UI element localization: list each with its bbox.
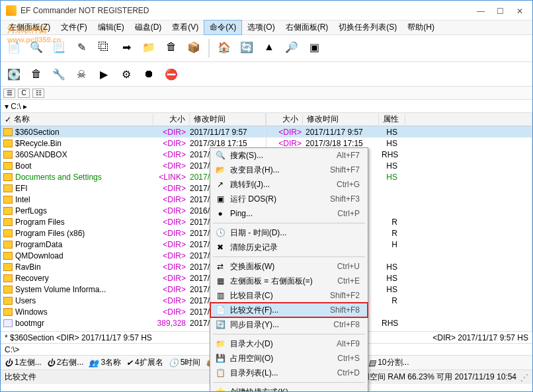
folder-icon <box>3 151 13 159</box>
tool-icon[interactable]: 🔧 <box>50 65 68 83</box>
menu-item[interactable]: 📁目录大小(D)Alt+F9 <box>210 336 368 351</box>
menu-item-icon: ⭐ <box>214 387 226 392</box>
toolbar-1: 📄 🔍 📃 ✎ ⿻ ➡ 📁 🗑 📦 🏠 🔄 ▲ 🔎 ▣ <box>1 35 532 62</box>
fn-button-5[interactable]: 🕓5时间 <box>169 357 201 368</box>
maximize-button[interactable]: ☐ <box>497 7 505 15</box>
menu-item-icon: 🔍 <box>214 150 226 161</box>
folder-icon <box>3 184 13 192</box>
edit-icon[interactable]: ✎ <box>72 38 91 56</box>
menu-item-icon: 📁 <box>214 338 226 349</box>
menu-item-icon: ▥ <box>214 290 226 301</box>
newdir-icon[interactable]: 📁 <box>140 38 158 56</box>
menu-item[interactable]: ▣运行 DOS(R)Shift+F3 <box>210 192 368 206</box>
menu-item[interactable]: 📋目录列表(L)...Ctrl+D <box>210 366 368 380</box>
search-icon[interactable]: 🔍 <box>27 38 46 56</box>
menu-item[interactable]: ⭐创建快捷方式(K) <box>210 385 368 392</box>
fn-icon: 👥 <box>89 358 99 368</box>
menu-item[interactable]: 📄比较文件(F)...Shift+F8 <box>210 303 368 317</box>
stop-icon[interactable]: ⛔ <box>162 65 181 83</box>
menu-item-icon: 🕓 <box>214 227 226 238</box>
command-menu-dropdown: 🔍搜索(S)...Alt+F7📂改变目录(H)...Shift+F7↗跳转到(J… <box>210 147 368 392</box>
folder-icon <box>3 274 13 282</box>
up-icon[interactable]: ▲ <box>260 38 278 56</box>
down-icon[interactable]: ▾ <box>5 102 9 111</box>
titlebar: EF Commander NOT REGISTERED — ☐ ✕ <box>1 1 532 20</box>
menu-item-icon: ▣ <box>214 194 226 204</box>
menu-item-icon: ✖ <box>214 242 226 253</box>
menu-item[interactable]: 🔄同步目录(Y)...Ctrl+F8 <box>210 317 368 332</box>
drive-sys-icon[interactable]: ☰ <box>3 89 15 98</box>
fn-icon: ⏻ <box>47 358 55 368</box>
minimize-button[interactable]: — <box>477 7 485 15</box>
fn-icon: ✔ <box>126 358 133 368</box>
menu-item[interactable]: 💾占用空间(O)Ctrl+S <box>210 351 368 366</box>
folder-icon <box>3 297 13 305</box>
folder-icon <box>3 308 13 316</box>
copy-icon[interactable]: ⿻ <box>95 38 113 56</box>
close-button[interactable]: ✕ <box>516 7 524 15</box>
menu-item[interactable]: ↗跳转到(J)...Ctrl+G <box>210 177 368 192</box>
table-row[interactable]: $360Section<DIR>2017/11/17 9:57 <box>1 126 266 137</box>
path-text: C:\ ▸ <box>11 102 27 111</box>
menu-item[interactable]: ✖清除历史记录 <box>210 240 368 255</box>
menu-item[interactable]: ▦左侧面板 = 右侧面板(=)Ctrl+E <box>210 274 368 288</box>
delete-icon[interactable]: 🗑 <box>162 38 181 56</box>
column-headers-r[interactable]: 大小 修改时间 属性 <box>266 113 532 126</box>
menu-6[interactable]: 选项(O) <box>242 20 280 34</box>
find-icon[interactable]: 🔎 <box>282 38 301 56</box>
table-row[interactable]: <DIR>2017/11/17 9:57HS <box>266 126 532 137</box>
menubar[interactable]: 左侧面板(Z)文件(F)编辑(E)磁盘(D)查看(V)命令(X)选项(O)右侧面… <box>1 20 532 35</box>
view-icon[interactable]: 📃 <box>50 38 68 56</box>
menu-9[interactable]: 帮助(H) <box>402 20 440 34</box>
folder-icon <box>3 128 13 136</box>
app-icon <box>6 5 17 16</box>
drive-c-button[interactable]: C <box>18 89 30 98</box>
fn-button-2[interactable]: ⏻2右侧... <box>47 357 84 368</box>
terminal-icon[interactable]: ▣ <box>305 38 323 56</box>
drive-net-icon[interactable]: ☷ <box>32 89 44 98</box>
menu-0[interactable]: 左侧面板(Z) <box>3 20 56 34</box>
fn-button-10[interactable]: ▤10分割... <box>368 357 409 368</box>
fn-icon: ▤ <box>368 358 376 368</box>
move-icon[interactable]: ➡ <box>117 38 136 56</box>
menu-2[interactable]: 编辑(E) <box>93 20 130 34</box>
refresh-icon[interactable]: 🔄 <box>237 38 256 56</box>
fn-button-4[interactable]: ✔4扩展名 <box>126 357 163 368</box>
menu-8[interactable]: 切换任务列表(S) <box>333 20 402 34</box>
skull-icon[interactable]: ☠ <box>72 65 91 83</box>
rec-icon[interactable]: ⏺ <box>140 65 158 83</box>
pack-icon[interactable]: 📦 <box>184 38 203 56</box>
fn-button-3[interactable]: 👥3名称 <box>89 357 121 368</box>
new-icon[interactable]: 📄 <box>5 38 23 56</box>
trash-icon[interactable]: 🗑 <box>27 65 46 83</box>
menu-item[interactable]: 🕓日期 - 时间(D)... <box>210 225 368 240</box>
cfg-icon[interactable]: ⚙ <box>117 65 136 83</box>
menu-3[interactable]: 磁盘(D) <box>130 20 167 34</box>
menu-item-icon: ▦ <box>214 276 226 286</box>
home-icon[interactable]: 🏠 <box>215 38 233 56</box>
menu-5[interactable]: 命令(X) <box>204 20 242 35</box>
menu-item-icon: ● <box>214 208 226 219</box>
drive-bar: ☰ C ☷ <box>1 87 532 100</box>
folder-icon <box>3 263 13 271</box>
menu-item[interactable]: 🔍搜索(S)...Alt+F7 <box>210 148 368 163</box>
column-headers[interactable]: ✓ 名称 大小 修改时间 <box>1 113 266 126</box>
resize-grip-icon[interactable]: ⋰ <box>520 373 528 382</box>
menu-item[interactable]: ●Ping...Ctrl+P <box>210 206 368 221</box>
menu-item[interactable]: ▥比较目录(C)Shift+F2 <box>210 288 368 303</box>
folder-icon <box>3 241 13 249</box>
menu-item-icon: 📄 <box>214 305 226 315</box>
media-icon[interactable]: ▶ <box>95 65 113 83</box>
menu-4[interactable]: 查看(V) <box>167 20 204 34</box>
disk-icon[interactable]: 💽 <box>5 65 23 83</box>
path-bar[interactable]: ▾ C:\ ▸ <box>1 100 532 113</box>
menu-item[interactable]: ⇄交换面板(W)Ctrl+U <box>210 259 368 274</box>
fn-icon: ⏻ <box>5 358 13 368</box>
fn-button-1[interactable]: ⏻1左侧... <box>5 357 42 368</box>
menu-item[interactable]: 📂改变目录(H)...Shift+F7 <box>210 163 368 177</box>
menu-7[interactable]: 右侧面板(R) <box>280 20 334 34</box>
menu-1[interactable]: 文件(F) <box>56 20 92 34</box>
window-title: EF Commander NOT REGISTERED <box>20 6 477 15</box>
toolbar-2: 💽 🗑 🔧 ☠ ▶ ⚙ ⏺ ⛔ <box>1 62 532 87</box>
menu-item-icon: 📂 <box>214 165 226 175</box>
